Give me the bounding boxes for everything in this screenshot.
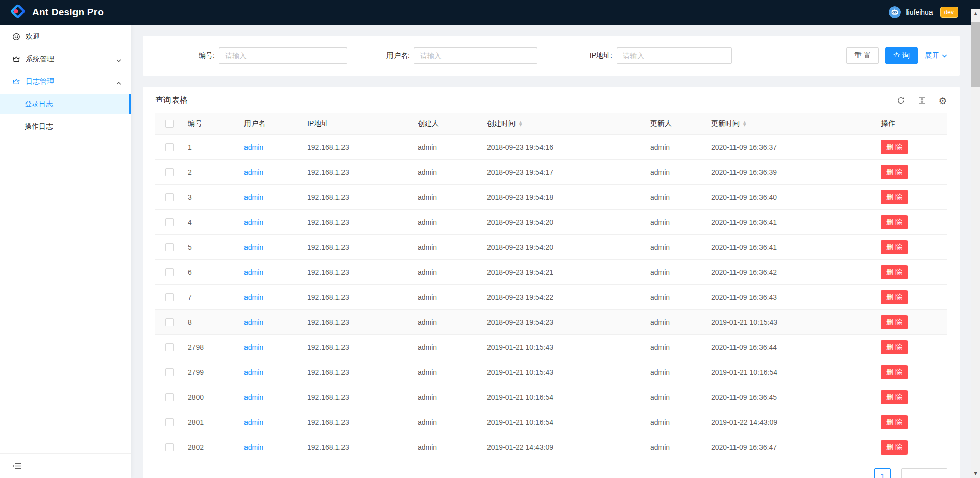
- row-checkbox[interactable]: [165, 143, 174, 151]
- cell-id: 3: [184, 184, 240, 209]
- expand-link[interactable]: 展开: [925, 51, 947, 60]
- sidebar-item-log-mgmt[interactable]: 日志管理: [0, 71, 131, 92]
- delete-button[interactable]: 删 除: [881, 290, 908, 304]
- cell-creator: admin: [413, 360, 483, 385]
- username-input[interactable]: [414, 47, 537, 64]
- delete-button[interactable]: 删 除: [881, 265, 908, 279]
- column-height-icon[interactable]: [917, 96, 926, 105]
- query-table: 编号 用户名 IP地址 创建人 创建时间 ▲▼: [155, 113, 947, 460]
- cell-updated-time: 2019-01-22 14:43:09: [707, 410, 877, 435]
- ip-input[interactable]: [617, 47, 732, 64]
- delete-button[interactable]: 删 除: [881, 140, 908, 154]
- chevron-down-icon: [116, 57, 121, 62]
- crown-icon: [12, 78, 20, 86]
- delete-button[interactable]: 删 除: [881, 215, 908, 229]
- reset-button[interactable]: 重 置: [846, 47, 879, 64]
- column-header-created-time[interactable]: 创建时间 ▲▼: [483, 113, 646, 134]
- delete-button[interactable]: 删 除: [881, 240, 908, 254]
- app-logo[interactable]: Ant Design Pro: [10, 4, 104, 21]
- row-checkbox[interactable]: [165, 293, 174, 301]
- username-link[interactable]: admin: [244, 343, 263, 351]
- username-link[interactable]: admin: [244, 143, 263, 151]
- row-checkbox[interactable]: [165, 318, 174, 326]
- username-link[interactable]: admin: [244, 193, 263, 201]
- id-input[interactable]: [219, 47, 347, 64]
- cell-id: 2: [184, 159, 240, 184]
- sidebar-item-welcome[interactable]: 欢迎: [0, 27, 131, 47]
- delete-button[interactable]: 删 除: [881, 165, 908, 179]
- scrollbar-thumb[interactable]: [971, 22, 980, 87]
- row-checkbox[interactable]: [165, 343, 174, 351]
- query-button[interactable]: 查 询: [885, 47, 918, 64]
- cell-updater: admin: [646, 234, 707, 259]
- column-header-creator: 创建人: [413, 113, 483, 134]
- username-link[interactable]: admin: [244, 243, 263, 251]
- sidebar-menu: 欢迎 系统管理: [0, 25, 131, 453]
- delete-button[interactable]: 删 除: [881, 315, 908, 329]
- collapse-sidebar-icon[interactable]: [12, 462, 21, 470]
- row-checkbox[interactable]: [165, 443, 174, 451]
- cell-ip: 192.168.1.23: [303, 385, 413, 410]
- layout-shell: 欢迎 系统管理: [0, 25, 980, 478]
- settings-gear-icon[interactable]: ⚙: [938, 96, 947, 105]
- table-row: 2 admin 192.168.1.23 admin 2018-09-23 19…: [155, 159, 947, 184]
- delete-button[interactable]: 删 除: [881, 365, 908, 379]
- column-header-updated-time[interactable]: 更新时间 ▲▼: [707, 113, 877, 134]
- cell-created-time: 2018-09-23 19:54:16: [483, 134, 646, 159]
- ip-field-label: IP地址:: [590, 51, 617, 60]
- cell-ip: 192.168.1.23: [303, 360, 413, 385]
- search-actions: 重 置 查 询 展开: [846, 47, 947, 64]
- row-checkbox[interactable]: [165, 393, 174, 401]
- pagination-page-1[interactable]: 1: [874, 468, 891, 478]
- cell-updater: admin: [646, 360, 707, 385]
- table-row: 2799 admin 192.168.1.23 admin 2019-01-21…: [155, 360, 947, 385]
- cell-creator: admin: [413, 159, 483, 184]
- page-size-select[interactable]: [901, 468, 947, 478]
- row-checkbox[interactable]: [165, 168, 174, 176]
- table-row: 2800 admin 192.168.1.23 admin 2019-01-21…: [155, 385, 947, 410]
- row-checkbox[interactable]: [165, 268, 174, 276]
- username-link[interactable]: admin: [244, 368, 263, 376]
- scrollbar-up-arrow[interactable]: ▲: [971, 9, 980, 18]
- delete-button[interactable]: 删 除: [881, 190, 908, 204]
- cell-created-time: 2018-09-23 19:54:20: [483, 234, 646, 259]
- delete-button[interactable]: 删 除: [881, 340, 908, 354]
- delete-button[interactable]: 删 除: [881, 390, 908, 404]
- username-link[interactable]: admin: [244, 418, 263, 426]
- query-table-card: 查询表格: [143, 87, 960, 478]
- row-checkbox[interactable]: [165, 193, 174, 201]
- sidebar-item-system-mgmt[interactable]: 系统管理: [0, 49, 131, 69]
- cell-ip: 192.168.1.23: [303, 159, 413, 184]
- row-checkbox[interactable]: [165, 218, 174, 226]
- env-tag: dev: [940, 7, 958, 18]
- browser-scrollbar: ▲ ▼: [971, 9, 980, 478]
- username-link[interactable]: admin: [244, 443, 263, 451]
- table-row: 5 admin 192.168.1.23 admin 2018-09-23 19…: [155, 234, 947, 259]
- sidebar-item-operation-log[interactable]: 操作日志: [0, 116, 131, 137]
- cell-created-time: 2018-09-23 19:54:18: [483, 184, 646, 209]
- sidebar-item-label: 操作日志: [24, 122, 53, 131]
- delete-button[interactable]: 删 除: [881, 440, 908, 455]
- delete-button[interactable]: 删 除: [881, 415, 908, 429]
- username-link[interactable]: admin: [244, 318, 263, 326]
- username-link[interactable]: admin: [244, 218, 263, 226]
- username-link[interactable]: admin: [244, 393, 263, 401]
- user-avatar[interactable]: [889, 6, 901, 18]
- cell-updater: admin: [646, 259, 707, 284]
- sidebar-item-login-log[interactable]: 登录日志: [0, 94, 131, 114]
- select-all-checkbox[interactable]: [165, 119, 174, 128]
- username-link[interactable]: admin: [244, 268, 263, 276]
- username-link[interactable]: admin: [244, 168, 263, 176]
- row-checkbox[interactable]: [165, 368, 174, 376]
- log-mgmt-submenu: 登录日志 操作日志: [0, 94, 131, 137]
- pagination: 1: [143, 460, 960, 478]
- row-checkbox[interactable]: [165, 243, 174, 251]
- cell-updater: admin: [646, 435, 707, 460]
- sidebar-item-label: 欢迎: [26, 32, 40, 41]
- scrollbar-down-arrow[interactable]: ▼: [971, 469, 980, 478]
- reload-icon[interactable]: [896, 96, 905, 105]
- cell-creator: admin: [413, 209, 483, 234]
- cell-updater: admin: [646, 209, 707, 234]
- row-checkbox[interactable]: [165, 418, 174, 426]
- username-link[interactable]: admin: [244, 293, 263, 301]
